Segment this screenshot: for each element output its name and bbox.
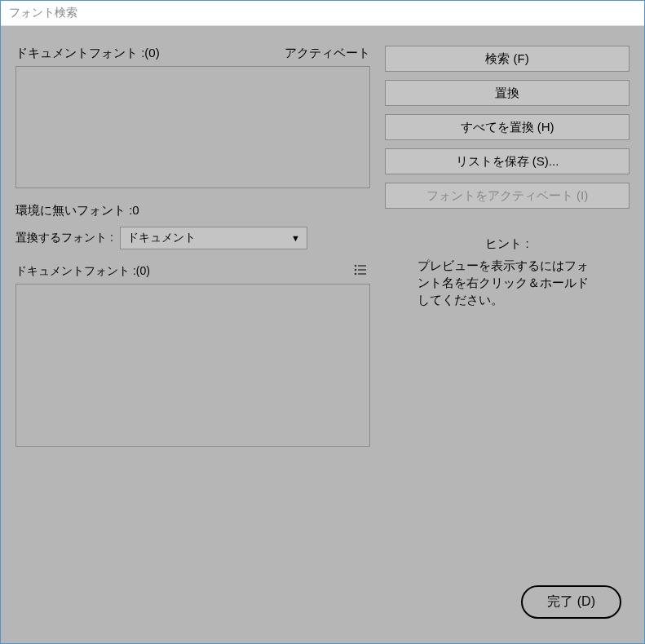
svg-point-2	[355, 269, 357, 271]
doc-fonts-header: ドキュメントフォント :(0) アクティベート	[15, 46, 370, 61]
svg-rect-1	[358, 265, 366, 266]
svg-rect-5	[358, 273, 366, 274]
search-button[interactable]: 検索 (F)	[385, 46, 630, 72]
missing-fonts-label: 環境に無いフォント :0	[15, 203, 370, 218]
hint-text: プレビューを表示するにはフォント名を右クリック＆ホールドしてください。	[385, 257, 630, 308]
hint-block: ヒント : プレビューを表示するにはフォント名を右クリック＆ホールドしてください…	[385, 236, 630, 308]
hint-title: ヒント :	[385, 236, 630, 252]
doc-fonts-listbox[interactable]	[15, 66, 370, 188]
svg-point-0	[355, 265, 357, 267]
doc-fonts-label-2: ドキュメントフォント :(0)	[15, 264, 150, 279]
doc-fonts-label: ドキュメントフォント :(0)	[15, 46, 160, 61]
done-button[interactable]: 完了 (D)	[521, 585, 621, 619]
right-column: 検索 (F) 置換 すべてを置換 (H) リストを保存 (S)... フォントを…	[385, 46, 630, 629]
activate-header: アクティベート	[285, 46, 370, 61]
list-view-icon[interactable]	[354, 264, 370, 279]
chevron-down-icon: ▼	[291, 233, 300, 243]
svg-point-4	[355, 273, 357, 276]
select-value: ドキュメント	[127, 231, 196, 245]
left-column: ドキュメントフォント :(0) アクティベート 環境に無いフォント :0 置換す…	[15, 46, 370, 629]
replacement-fonts-header: ドキュメントフォント :(0)	[15, 264, 370, 279]
activate-font-button: フォントをアクティベート (I)	[385, 183, 630, 209]
save-list-button[interactable]: リストを保存 (S)...	[385, 148, 630, 174]
replace-button[interactable]: 置換	[385, 80, 630, 106]
font-search-dialog: フォント検索 ドキュメントフォント :(0) アクティベート 環境に無いフォント…	[0, 0, 645, 644]
window-title: フォント検索	[1, 1, 644, 26]
replacement-fonts-listbox[interactable]	[15, 284, 370, 447]
replace-with-label: 置換するフォント :	[15, 231, 113, 245]
replace-all-button[interactable]: すべてを置換 (H)	[385, 114, 630, 140]
dialog-content: ドキュメントフォント :(0) アクティベート 環境に無いフォント :0 置換す…	[1, 26, 644, 643]
svg-rect-3	[358, 269, 366, 270]
replace-with-row: 置換するフォント : ドキュメント ▼	[15, 227, 370, 249]
replace-source-select[interactable]: ドキュメント ▼	[120, 227, 307, 249]
